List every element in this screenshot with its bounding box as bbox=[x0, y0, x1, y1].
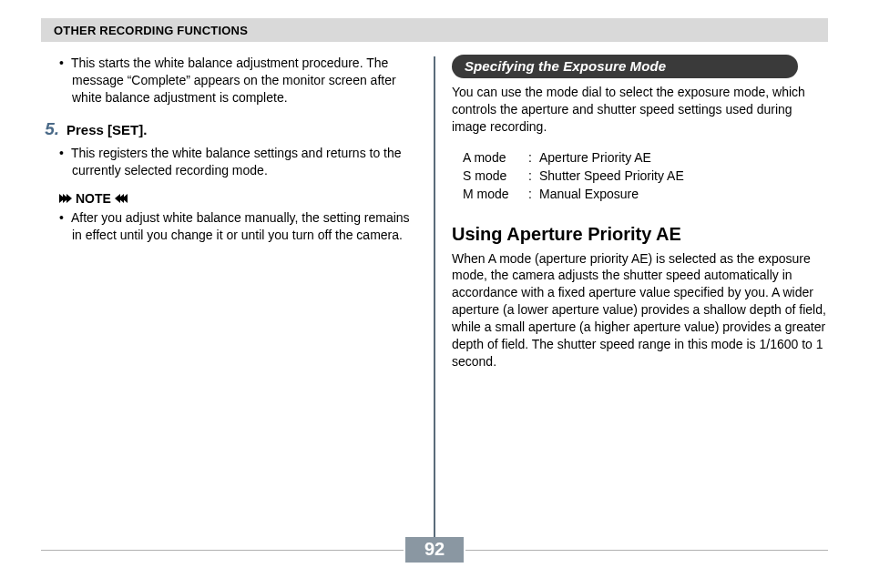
mode-row: A mode : Aperture Priority AE bbox=[463, 148, 828, 167]
note-bullet-text: After you adjust white balance manually,… bbox=[71, 210, 410, 242]
left-bullet-2-text: This registers the white balance setting… bbox=[71, 146, 402, 177]
step-text: Press [SET]. bbox=[66, 122, 147, 137]
step-row: 5. Press [SET]. bbox=[41, 119, 417, 139]
mode-value: Manual Exposure bbox=[539, 185, 639, 203]
footer-rule-right bbox=[465, 550, 828, 551]
bullet-icon bbox=[59, 210, 71, 225]
topic-pill-wrap: Specifying the Exposure Mode bbox=[452, 55, 828, 84]
left-bullet-1-text: This starts the white balance adjustment… bbox=[71, 56, 396, 105]
intro-paragraph: You can use the mode dial to select the … bbox=[452, 84, 828, 136]
page-footer: 92 bbox=[41, 537, 828, 563]
left-column: This starts the white balance adjustment… bbox=[41, 55, 434, 548]
mode-table: A mode : Aperture Priority AE S mode : S… bbox=[463, 148, 828, 204]
triangle-left-icon bbox=[117, 194, 128, 203]
footer-rule-left bbox=[41, 550, 404, 551]
step-number: 5. bbox=[41, 119, 59, 139]
mode-key: S mode bbox=[463, 167, 528, 185]
mode-value: Shutter Speed Priority AE bbox=[539, 167, 684, 185]
two-column-layout: This starts the white balance adjustment… bbox=[41, 55, 828, 548]
mode-row: S mode : Shutter Speed Priority AE bbox=[463, 167, 828, 185]
sub-heading: Using Aperture Priority AE bbox=[452, 224, 828, 245]
left-bullet-2: This registers the white balance setting… bbox=[72, 145, 417, 179]
page-number-badge: 92 bbox=[405, 537, 464, 563]
topic-pill: Specifying the Exposure Mode bbox=[452, 55, 798, 78]
mode-colon: : bbox=[528, 185, 539, 203]
mode-colon: : bbox=[528, 167, 539, 185]
mode-key: M mode bbox=[463, 185, 528, 203]
note-label: NOTE bbox=[76, 191, 111, 206]
note-bullet: After you adjust white balance manually,… bbox=[72, 209, 417, 244]
sub-paragraph: When A mode (aperture priority AE) is se… bbox=[452, 250, 828, 370]
left-bullet-1: This starts the white balance adjustment… bbox=[72, 55, 417, 106]
mode-colon: : bbox=[528, 148, 539, 167]
bullet-icon bbox=[59, 56, 71, 70]
right-column: Specifying the Exposure Mode You can use… bbox=[435, 55, 828, 548]
triangle-right-icon bbox=[59, 194, 70, 203]
section-header-title: OTHER RECORDING FUNCTIONS bbox=[54, 24, 248, 37]
mode-row: M mode : Manual Exposure bbox=[463, 185, 828, 203]
mode-value: Aperture Priority AE bbox=[539, 148, 651, 167]
bullet-icon bbox=[59, 146, 71, 160]
section-header: OTHER RECORDING FUNCTIONS bbox=[41, 18, 828, 42]
mode-key: A mode bbox=[463, 148, 528, 167]
note-heading-row: NOTE bbox=[59, 191, 417, 206]
